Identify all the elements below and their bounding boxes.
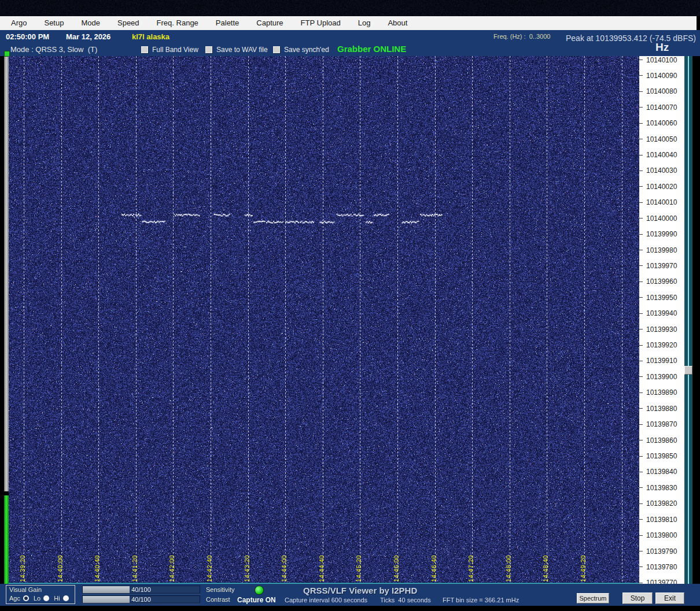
stop-button[interactable]: Stop — [622, 593, 653, 604]
frequency-tick-label: 10139940 — [639, 309, 677, 318]
time-tick-label: 14:46:00 — [393, 555, 400, 582]
frequency-tick-label: 10139870 — [639, 420, 677, 429]
spectrogram-canvas[interactable] — [9, 56, 639, 584]
waterfall-display[interactable]: 14:39:2014:40:0014:40:4014:41:2014:42:00… — [9, 56, 639, 584]
capture-interval-label: Capture interval 600 seconds — [285, 597, 367, 603]
spectrum-button[interactable]: Spectrum — [577, 593, 609, 603]
slider-label: Sensitivity — [206, 586, 235, 593]
visual-gain-radio[interactable]: Lo — [34, 595, 49, 602]
menu-item[interactable]: Speed — [109, 16, 148, 30]
slider[interactable]: 40/100 — [82, 595, 200, 603]
frequency-tick-label: 10140060 — [639, 119, 677, 128]
frequency-tick-label: 10140010 — [639, 198, 677, 207]
frequency-tick-label: 10139810 — [639, 515, 677, 524]
frequency-tick-label: 10140030 — [639, 166, 677, 175]
time-tick-label: 14:40:40 — [94, 555, 101, 582]
frequency-tick-label: 10139930 — [639, 325, 677, 334]
time-tick-label: 14:39:20 — [19, 555, 26, 582]
capture-progress-bar — [4, 495, 9, 584]
menu-item[interactable]: About — [379, 16, 416, 30]
scrollbar-thumb[interactable] — [684, 366, 692, 375]
menu-item[interactable]: Capture — [248, 16, 292, 30]
top-noise-strip — [0, 0, 700, 16]
frequency-tick-label: 10139890 — [639, 388, 677, 397]
full-band-view-checkbox[interactable]: Full Band View — [141, 46, 198, 54]
capture-led-icon — [255, 586, 264, 595]
gain-sliders: 40/100 Sensitivity 40/100 Contrast — [82, 586, 235, 605]
time-tick-label: 14:45:20 — [355, 555, 362, 582]
menu-bar: ArgoSetupModeSpeedFreq. RangePaletteCapt… — [0, 16, 697, 30]
frequency-tick-label: 10140090 — [639, 71, 677, 80]
save-synched-checkbox[interactable]: Save synch'ed — [273, 46, 329, 54]
checkbox-label: Full Band View — [152, 46, 198, 54]
control-bar: Visual Gain Agc Lo Hi — [0, 584, 700, 606]
frequency-tick-label: 10140070 — [639, 103, 677, 112]
frequency-tick-label: 10139980 — [639, 246, 677, 254]
frequency-tick-label: 10140050 — [639, 135, 677, 143]
slider[interactable]: 40/100 — [82, 586, 200, 594]
radio-label: Agc — [9, 595, 20, 602]
frequency-tick-label: 10140100 — [639, 56, 677, 64]
radio-icon[interactable] — [63, 595, 69, 601]
frequency-tick-label: 10140020 — [639, 182, 677, 191]
visual-gain-title: Visual Gain — [9, 586, 72, 594]
frequency-tick-label: 10139990 — [639, 230, 677, 239]
time-tick-label: 14:42:00 — [168, 555, 175, 582]
radio-icon[interactable] — [23, 595, 29, 601]
frequency-tick-label: 10139830 — [639, 483, 677, 492]
slider-row: 40/100 Contrast — [82, 595, 235, 603]
ticks-label: Ticks 40 seconds — [380, 597, 431, 603]
checkbox-label: Save synch'ed — [284, 46, 329, 54]
time-tick-label: 14:49:20 — [580, 555, 587, 582]
time-tick-label: 14:43:20 — [244, 555, 250, 582]
visual-gain-radio[interactable]: Agc — [9, 595, 29, 602]
menu-item[interactable]: Argo — [2, 16, 35, 30]
scrollbar-track-line — [688, 56, 689, 584]
frequency-tick-label: 10140040 — [639, 151, 677, 160]
frequency-tick-label: 10139900 — [639, 372, 677, 381]
checkbox-icon[interactable] — [273, 46, 280, 53]
save-wav-checkbox[interactable]: Save to WAV file — [205, 46, 268, 54]
menu-item[interactable]: Palette — [207, 16, 248, 30]
frequency-tick-label: 10139920 — [639, 341, 677, 350]
checkbox-icon[interactable] — [205, 46, 212, 53]
grabber-status: Grabber ONLINE — [337, 44, 406, 54]
frequency-tick-label: 10139880 — [639, 404, 677, 413]
frequency-tick-label: 10139910 — [639, 357, 677, 365]
app-title: QRSS/VLF Viewer by I2PHD — [303, 586, 417, 595]
frequency-tick-label: 10139970 — [639, 261, 677, 270]
frequency-tick-label: 10139860 — [639, 436, 677, 445]
checkbox-label: Save to WAV file — [216, 46, 268, 54]
frequency-tick-label: 10139820 — [639, 499, 677, 508]
peak-readout: Peak at 10139953.412 (-74.5 dBFS) — [566, 34, 696, 43]
radio-icon[interactable] — [43, 595, 49, 601]
frequency-tick-label: 10139800 — [639, 531, 677, 540]
menu-item[interactable]: Freq. Range — [148, 16, 207, 30]
menu-item[interactable]: Mode — [72, 16, 109, 30]
menu-item[interactable]: Setup — [35, 16, 72, 30]
menu-item[interactable]: FTP Upload — [292, 16, 349, 30]
clock-time: 02:50:00 PM — [6, 32, 49, 41]
exit-button[interactable]: Exit — [655, 593, 684, 604]
visual-gain-radio[interactable]: Hi — [54, 595, 68, 602]
time-tick-label: 14:48:40 — [542, 555, 549, 582]
slider-row: 40/100 Sensitivity — [82, 586, 235, 594]
time-tick-label: 14:41:20 — [131, 555, 138, 582]
clock-date: Mar 12, 2026 — [66, 32, 110, 41]
mode-bar: Mode : QRSS 3, Slow (T) Full Band View S… — [0, 43, 700, 56]
slider-value: 40/100 — [83, 596, 200, 603]
visual-gain-group: Visual Gain Agc Lo Hi — [6, 585, 75, 604]
checkbox-icon[interactable] — [141, 46, 148, 53]
capture-status: Capture ON — [237, 596, 276, 604]
fft-bin-label: FFT bin size = 366.21 mHz — [443, 597, 519, 603]
slider-label: Contrast — [206, 596, 230, 603]
frequency-tick-label: 10140000 — [639, 214, 677, 223]
frequency-tick-label: 10139960 — [639, 277, 677, 286]
argo-window: ArgoSetupModeSpeedFreq. RangePaletteCapt… — [0, 0, 700, 611]
menu-item[interactable]: Log — [349, 16, 380, 30]
frequency-tick-label: 10139770 — [639, 579, 677, 584]
frequency-tick-label: 10139790 — [639, 547, 677, 556]
capture-progress-track — [4, 57, 9, 491]
frequency-scrollbar[interactable] — [684, 56, 692, 584]
time-tick-label: 14:44:40 — [318, 555, 325, 582]
